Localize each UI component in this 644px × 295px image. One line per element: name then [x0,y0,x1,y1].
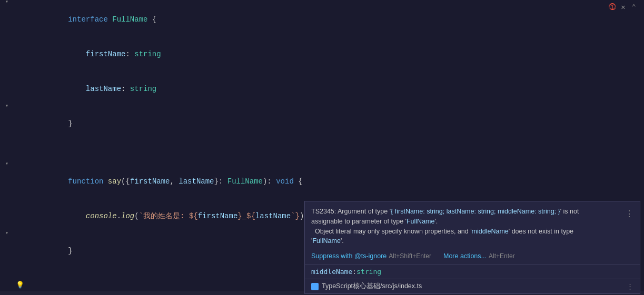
line-content-3: lastName: string [31,72,644,106]
file-row: TypeScript核心基础/src/js/index.ts ⋮ [305,279,640,293]
editor-area: ⓵ ✕ ⌃ ▾ interface FullName { firstName: … [0,0,644,295]
more-actions-shortcut: Alt+Enter [489,252,515,260]
lightbulb-icon[interactable]: 💡 [16,280,24,291]
line-content-6 [31,152,644,164]
code-line-5 [0,141,644,152]
more-actions-link[interactable]: More actions... [443,252,487,260]
gutter-12: ↑ [4,291,31,295]
code-line-7: ▾ function say({firstName, lastName}: Fu… [0,164,644,199]
token-interface: interface [68,15,108,24]
gutter-11: 💡 [4,280,31,291]
line-content-5 [31,141,644,152]
code-line-3: lastName: string [0,72,644,106]
code-line-1: ▾ interface FullName { [0,2,644,37]
file-path-label: TypeScript核心基础/src/js/index.ts [322,282,422,291]
error-popup: TS2345: Argument of type '{ firstName: s… [304,201,640,294]
error-popup-actions: Suppress with @ts-ignore Alt+Shift+Enter… [305,250,640,264]
line-content-4: } [31,106,644,141]
fold-icon-4[interactable]: ▾ [5,100,8,112]
popup-menu-icon[interactable]: ⋮ [621,207,633,220]
error-message-text: TS2345: Argument of type '{ firstName: s… [311,207,621,246]
fold-icon-7[interactable]: ▾ [5,158,8,170]
line-content-7: function say({firstName, lastName}: Full… [31,164,644,199]
fold-icon-1[interactable]: ▾ [5,0,8,8]
suppress-action-link[interactable]: Suppress with @ts-ignore [311,252,387,260]
suggestion-type-name: string [356,268,381,276]
fold-icon-9[interactable]: ▾ [5,228,8,239]
file-menu-icon[interactable]: ⋮ [627,282,633,290]
code-line-6 [0,152,644,164]
up-arrow-icon: ↑ [21,291,24,295]
token-fullname: FullName [112,15,147,24]
error-popup-header: TS2345: Argument of type '{ firstName: s… [305,201,640,250]
file-type-icon [311,283,319,290]
code-line-4: ▾ } [0,106,644,141]
suggestion-row: middleName: string [305,265,640,279]
type-ref: { firstName: string; lastName: string; m… [391,208,560,215]
suggestion-prop-name: middleName [311,268,352,276]
suppress-shortcut: Alt+Shift+Enter [389,252,431,260]
line-content-1: interface FullName { [31,2,644,37]
code-line-2: firstName: string [0,37,644,72]
line-content-2: firstName: string [31,37,644,72]
